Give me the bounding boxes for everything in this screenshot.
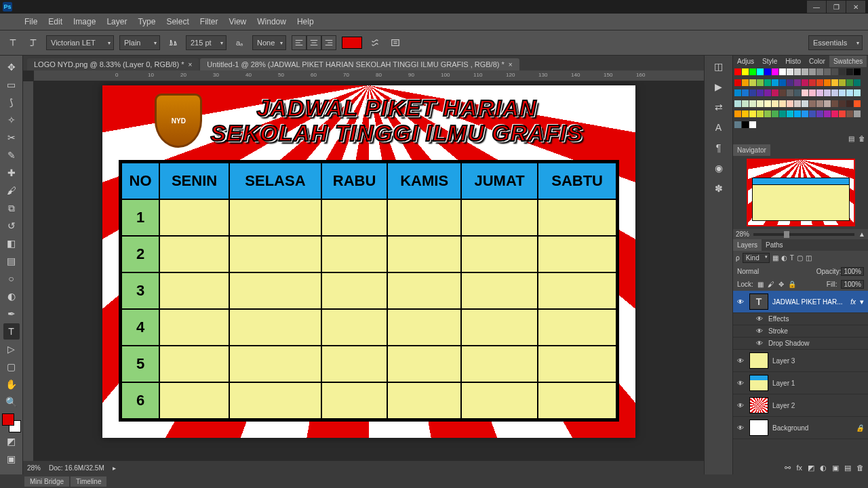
swatch[interactable] [772, 79, 778, 86]
menu-filter[interactable]: Filter [200, 17, 218, 26]
swatch[interactable] [794, 89, 801, 96]
align-center-button[interactable] [307, 35, 321, 50]
text-orientation-icon[interactable] [26, 35, 41, 50]
swatch[interactable] [854, 79, 861, 86]
layer-item[interactable]: 👁 T JADWAL PIKET HAR... fx ▾ [733, 291, 868, 313]
swatch[interactable] [764, 110, 771, 117]
dock-character-icon[interactable]: A [711, 121, 727, 134]
visibility-icon[interactable]: 👁 [737, 380, 745, 387]
swatch[interactable] [809, 110, 816, 117]
menu-window[interactable]: Window [257, 17, 286, 26]
swatch[interactable] [764, 100, 771, 107]
swatch[interactable] [749, 68, 756, 75]
visibility-icon[interactable]: 👁 [737, 298, 745, 306]
tab-swatches[interactable]: Swatches [829, 56, 867, 67]
swatch[interactable] [742, 110, 749, 117]
swatch[interactable] [757, 68, 764, 75]
layer-thumbnail[interactable] [749, 375, 768, 391]
swatch[interactable] [816, 100, 823, 107]
eyedropper-tool[interactable]: ✎ [3, 147, 20, 163]
foreground-background-colors[interactable] [2, 413, 21, 432]
swatch[interactable] [757, 79, 764, 86]
layer-effect-stroke[interactable]: 👁Stroke [733, 325, 868, 338]
opacity-value[interactable]: 100% [841, 267, 864, 276]
fill-value[interactable]: 100% [841, 280, 864, 289]
swatch[interactable] [802, 79, 808, 86]
swatch[interactable] [846, 68, 853, 75]
swatch[interactable] [839, 100, 846, 107]
menu-help[interactable]: Help [297, 17, 314, 26]
swatch[interactable] [854, 89, 861, 96]
swatch[interactable] [809, 79, 816, 86]
swatch[interactable] [734, 100, 741, 107]
swatch[interactable] [749, 100, 756, 107]
swatch[interactable] [757, 89, 764, 96]
dodge-tool[interactable]: ◐ [3, 288, 20, 304]
swatches-grid[interactable] [733, 67, 868, 132]
close-tab-icon[interactable]: × [509, 61, 513, 68]
close-button[interactable]: ✕ [846, 1, 865, 13]
new-layer-icon[interactable]: ▤ [844, 464, 851, 472]
swatch[interactable] [734, 89, 741, 96]
crop-tool[interactable]: ✂ [3, 129, 20, 146]
menu-image[interactable]: Image [73, 17, 96, 26]
layer-item[interactable]: 👁 Background 🔒 [733, 417, 868, 439]
path-select-tool[interactable]: ▷ [3, 341, 20, 357]
swatch[interactable] [772, 89, 778, 96]
screen-mode-toggle[interactable]: ▣ [3, 451, 20, 467]
swatch[interactable] [787, 68, 793, 75]
group-icon[interactable]: ▣ [832, 464, 839, 472]
zoom-level[interactable]: 28% [27, 464, 41, 472]
swatch[interactable] [839, 110, 846, 117]
healing-tool[interactable]: ✚ [3, 165, 20, 181]
layer-style-icon[interactable]: fx [796, 464, 802, 472]
swatch[interactable] [824, 79, 831, 86]
swatch[interactable] [749, 121, 756, 128]
swatch[interactable] [816, 89, 823, 96]
new-swatch-icon[interactable]: ▤ [848, 135, 854, 142]
restore-button[interactable]: ❐ [827, 1, 846, 13]
swatch[interactable] [816, 79, 823, 86]
swatch[interactable] [839, 79, 846, 86]
stamp-tool[interactable]: ⧉ [3, 200, 20, 216]
swatch[interactable] [831, 79, 838, 86]
swatch[interactable] [846, 100, 853, 107]
document-tab-active[interactable]: Untitled-1 @ 28% (JADWAL PIKET HARIAN SE… [200, 58, 519, 70]
dock-icon[interactable]: ⇄ [711, 100, 727, 114]
gradient-tool[interactable]: ▤ [3, 253, 20, 269]
pen-tool[interactable]: ✒ [3, 306, 20, 322]
menu-type[interactable]: Type [138, 17, 155, 26]
layer-item[interactable]: 👁 Layer 1 [733, 372, 868, 394]
swatch[interactable] [734, 79, 741, 86]
layer-item[interactable]: 👁 Layer 2 [733, 394, 868, 417]
swatch[interactable] [839, 68, 846, 75]
visibility-icon[interactable]: 👁 [737, 424, 745, 432]
move-tool[interactable]: ✥ [3, 59, 20, 75]
visibility-icon[interactable]: 👁 [737, 357, 745, 365]
tab-color[interactable]: Color [805, 56, 829, 67]
minimize-button[interactable]: — [807, 1, 826, 13]
navigator-zoom-value[interactable]: 28% [736, 230, 749, 238]
blur-tool[interactable]: ○ [3, 270, 20, 287]
swatch[interactable] [846, 79, 853, 86]
dock-icon[interactable]: ◫ [711, 60, 727, 73]
quick-mask-toggle[interactable]: ◩ [3, 433, 20, 449]
swatch[interactable] [802, 89, 808, 96]
menu-select[interactable]: Select [166, 17, 189, 26]
delete-swatch-icon[interactable]: 🗑 [859, 135, 865, 142]
swatch[interactable] [742, 79, 749, 86]
swatch[interactable] [831, 68, 838, 75]
swatch[interactable] [779, 100, 786, 107]
status-arrow-icon[interactable]: ▸ [113, 464, 116, 472]
swatch[interactable] [757, 100, 764, 107]
visibility-icon[interactable]: 👁 [737, 402, 745, 409]
filter-shape-icon[interactable]: ▢ [797, 254, 803, 262]
swatch[interactable] [816, 68, 823, 75]
tab-timeline[interactable]: Timeline [71, 476, 106, 487]
swatch[interactable] [809, 89, 816, 96]
type-tool[interactable]: T [3, 323, 20, 340]
swatch[interactable] [802, 100, 808, 107]
character-panel-icon[interactable] [388, 35, 403, 50]
swatch[interactable] [824, 110, 831, 117]
swatch[interactable] [794, 68, 801, 75]
